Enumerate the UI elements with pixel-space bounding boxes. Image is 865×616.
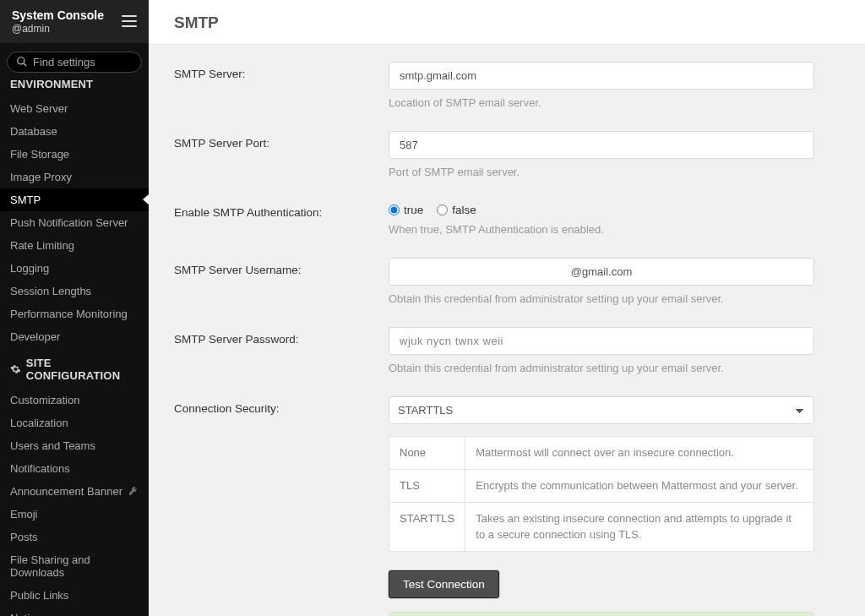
console-title: System Console bbox=[12, 8, 104, 23]
sidebar: System Console @admin ENVIRONMENTWeb Ser… bbox=[0, 0, 149, 616]
sidebar-item-label: Session Lengths bbox=[10, 285, 91, 297]
sidebar-item-label: File Storage bbox=[10, 148, 69, 161]
sidebar-item-label: Rate Limiting bbox=[10, 239, 74, 252]
sidebar-item-label: Users and Teams bbox=[10, 439, 95, 452]
sidebar-item-announcement-banner[interactable]: Announcement Banner bbox=[0, 480, 149, 503]
sidebar-item-push-notification-server[interactable]: Push Notification Server bbox=[0, 211, 149, 234]
security-desc: Takes an existing insecure connection an… bbox=[465, 503, 814, 551]
sidebar-item-label: Web Server bbox=[10, 102, 68, 115]
key-icon bbox=[128, 486, 139, 496]
connection-security-select[interactable]: NoneTLSSTARTTLS bbox=[389, 396, 814, 424]
security-desc: Mattermost will connect over an insecure… bbox=[465, 437, 814, 470]
sidebar-item-file-sharing-and-downloads[interactable]: File Sharing and Downloads bbox=[0, 548, 149, 584]
sidebar-item-label: Customization bbox=[10, 394, 79, 406]
security-desc: Encrypts the communication between Matte… bbox=[465, 470, 814, 503]
sidebar-header: System Console @admin bbox=[0, 0, 149, 43]
sidebar-item-label: SMTP bbox=[10, 194, 41, 206]
search-box[interactable] bbox=[7, 52, 142, 73]
nav-group-env: ENVIRONMENT bbox=[0, 78, 149, 97]
smtp-password-help: Obtain this credential from administrato… bbox=[389, 362, 814, 374]
connection-security-label: Connection Security: bbox=[169, 396, 389, 616]
sidebar-item-label: Localization bbox=[10, 417, 68, 429]
security-name: TLS bbox=[389, 470, 465, 503]
smtp-user-input[interactable] bbox=[389, 258, 814, 286]
security-name: None bbox=[389, 437, 465, 470]
page-title: SMTP bbox=[149, 0, 865, 45]
sidebar-nav: ENVIRONMENTWeb ServerDatabaseFile Storag… bbox=[0, 78, 149, 616]
smtp-auth-label: Enable SMTP Authentication: bbox=[169, 200, 389, 236]
smtp-password-label: SMTP Server Password: bbox=[169, 327, 389, 374]
sidebar-item-session-lengths[interactable]: Session Lengths bbox=[0, 280, 149, 303]
svg-line-1 bbox=[24, 63, 27, 67]
smtp-auth-true-radio[interactable] bbox=[389, 204, 400, 215]
nav-group-site: SITE CONFIGURATION bbox=[0, 348, 149, 389]
sidebar-item-file-storage[interactable]: File Storage bbox=[0, 143, 149, 166]
sidebar-item-label: Performance Monitoring bbox=[10, 308, 128, 320]
sidebar-item-posts[interactable]: Posts bbox=[0, 526, 149, 548]
sidebar-item-label: File Sharing and Downloads bbox=[10, 553, 139, 579]
sidebar-item-developer[interactable]: Developer bbox=[0, 325, 149, 348]
sidebar-item-label: Database bbox=[10, 125, 57, 138]
sidebar-item-label: Logging bbox=[10, 262, 49, 275]
sidebar-item-label: Announcement Banner bbox=[10, 485, 122, 498]
sidebar-item-customization[interactable]: Customization bbox=[0, 389, 149, 412]
hamburger-icon[interactable] bbox=[122, 15, 137, 27]
smtp-password-input[interactable] bbox=[389, 327, 814, 355]
security-row: STARTTLSTakes an existing insecure conne… bbox=[389, 503, 814, 551]
sidebar-item-label: Public Links bbox=[10, 589, 68, 602]
smtp-auth-help: When true, SMTP Authentication is enable… bbox=[389, 223, 814, 236]
svg-point-0 bbox=[18, 57, 24, 64]
sidebar-item-label: Push Notification Server bbox=[10, 216, 128, 229]
sidebar-item-label: Image Proxy bbox=[10, 171, 72, 183]
smtp-auth-false-radio[interactable] bbox=[437, 204, 448, 215]
main-panel: SMTP SMTP Server: Location of SMTP email… bbox=[149, 0, 865, 616]
sidebar-item-users-and-teams[interactable]: Users and Teams bbox=[0, 434, 149, 457]
smtp-auth-false[interactable]: false bbox=[437, 204, 476, 216]
console-handle: @admin bbox=[12, 23, 104, 35]
smtp-server-label: SMTP Server: bbox=[169, 62, 389, 109]
smtp-server-help: Location of SMTP email server. bbox=[389, 96, 814, 109]
gear-icon bbox=[10, 363, 21, 375]
sidebar-item-performance-monitoring[interactable]: Performance Monitoring bbox=[0, 303, 149, 325]
sidebar-item-notices[interactable]: Notices bbox=[0, 607, 149, 616]
connection-security-table: NoneMattermost will connect over an inse… bbox=[389, 436, 814, 552]
sidebar-item-label: Notices bbox=[10, 612, 46, 616]
smtp-port-label: SMTP Server Port: bbox=[169, 131, 389, 178]
sidebar-item-database[interactable]: Database bbox=[0, 120, 149, 143]
smtp-auth-true[interactable]: true bbox=[389, 204, 423, 216]
test-connection-button[interactable]: Test Connection bbox=[389, 570, 499, 598]
search-input[interactable] bbox=[33, 56, 133, 68]
smtp-port-input[interactable] bbox=[389, 131, 814, 159]
smtp-user-label: SMTP Server Username: bbox=[169, 258, 389, 305]
success-banner: No errors were reported while sending an… bbox=[389, 612, 814, 616]
smtp-user-help: Obtain this credential from administrato… bbox=[389, 292, 814, 305]
sidebar-item-image-proxy[interactable]: Image Proxy bbox=[0, 166, 149, 188]
sidebar-item-emoji[interactable]: Emoji bbox=[0, 503, 149, 526]
smtp-server-input[interactable] bbox=[389, 62, 814, 90]
sidebar-item-logging[interactable]: Logging bbox=[0, 257, 149, 280]
sidebar-item-notifications[interactable]: Notifications bbox=[0, 457, 149, 480]
security-name: STARTTLS bbox=[389, 503, 465, 551]
sidebar-item-localization[interactable]: Localization bbox=[0, 412, 149, 434]
security-row: NoneMattermost will connect over an inse… bbox=[389, 437, 814, 470]
sidebar-item-label: Developer bbox=[10, 330, 60, 343]
sidebar-item-public-links[interactable]: Public Links bbox=[0, 584, 149, 607]
smtp-port-help: Port of SMTP email server. bbox=[389, 166, 814, 178]
sidebar-item-label: Emoji bbox=[10, 508, 38, 521]
sidebar-item-label: Posts bbox=[10, 531, 38, 543]
sidebar-item-web-server[interactable]: Web Server bbox=[0, 97, 149, 120]
search-icon bbox=[16, 56, 28, 68]
sidebar-item-label: Notifications bbox=[10, 462, 70, 475]
security-row: TLSEncrypts the communication between Ma… bbox=[389, 470, 814, 503]
sidebar-item-rate-limiting[interactable]: Rate Limiting bbox=[0, 234, 149, 257]
sidebar-item-smtp[interactable]: SMTP bbox=[0, 188, 149, 211]
